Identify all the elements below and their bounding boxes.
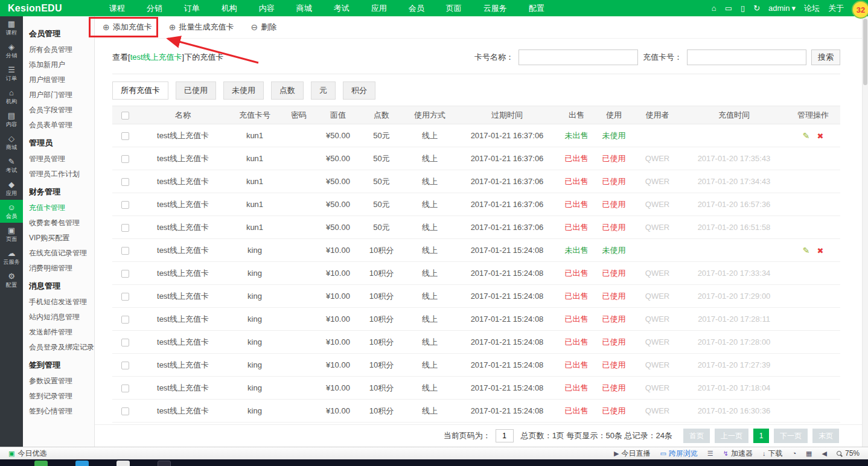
menu-item[interactable]: 发送邮件管理 <box>23 325 94 340</box>
rail-item-3[interactable]: ☰订单 <box>0 62 23 85</box>
accelerator-shortcut[interactable]: ↯ 加速器 <box>723 448 753 459</box>
row-checkbox[interactable] <box>121 247 129 255</box>
desktop-icon[interactable]: ▭ <box>725 4 732 13</box>
row-checkbox[interactable] <box>121 155 129 163</box>
row-checkbox[interactable] <box>121 362 129 369</box>
row-checkbox[interactable] <box>121 270 129 278</box>
daily-picks-shortcut[interactable]: ▣ 今日优选 <box>8 448 46 459</box>
menu-item[interactable]: 消费明细管理 <box>23 261 94 276</box>
nav-item-4[interactable]: 机构 <box>211 0 248 16</box>
rail-item-1[interactable]: ▦课程 <box>0 16 23 39</box>
row-checkbox[interactable] <box>121 293 129 301</box>
live-shortcut[interactable]: ▶ 今日直播 <box>614 448 650 459</box>
rail-item-2[interactable]: ◈分销 <box>0 39 23 62</box>
menu-item[interactable]: 会员表单管理 <box>23 118 94 133</box>
menu-item[interactable]: 用户部门管理 <box>23 88 94 103</box>
edit-icon[interactable]: ✎ <box>803 131 810 141</box>
rail-item-5[interactable]: ▤内容 <box>0 108 23 131</box>
menu-item[interactable]: 收费套餐包管理 <box>23 215 94 231</box>
menu-item[interactable]: 在线充值记录管理 <box>23 246 94 261</box>
nav-item-5[interactable]: 内容 <box>248 0 286 16</box>
download-shortcut[interactable]: ↓ 下载 <box>762 448 783 459</box>
rail-item-9[interactable]: ☺会员 <box>0 200 23 223</box>
card-no-input[interactable] <box>687 49 806 65</box>
rail-item-10[interactable]: ▣页面 <box>0 223 23 246</box>
tab-4[interactable]: 点数 <box>271 81 304 100</box>
admin-menu[interactable]: admin ▾ <box>768 4 796 13</box>
tab-5[interactable]: 元 <box>311 81 336 100</box>
rail-item-8[interactable]: ◆应用 <box>0 177 23 200</box>
rail-item-4[interactable]: ⌂机构 <box>0 85 23 108</box>
menu-item[interactable]: 用户组管理 <box>23 72 94 88</box>
last-page-button[interactable]: 末页 <box>812 429 839 443</box>
mobile-icon[interactable]: ▯ <box>741 4 745 13</box>
rail-item-11[interactable]: ☁云服务 <box>0 246 23 269</box>
row-checkbox[interactable] <box>121 316 129 324</box>
notification-badge[interactable]: 32 <box>852 1 868 19</box>
menu-item[interactable]: 签到心情管理 <box>23 404 94 419</box>
grid-icon[interactable]: ▦ <box>806 450 812 458</box>
first-page-button[interactable]: 首页 <box>683 429 710 443</box>
taskbar-app-icon[interactable] <box>34 461 48 466</box>
menu-item[interactable]: 参数设置管理 <box>23 374 94 389</box>
nav-item-6[interactable]: 商城 <box>286 0 323 16</box>
select-all-checkbox[interactable] <box>121 112 129 120</box>
nav-item-3[interactable]: 订单 <box>173 0 211 16</box>
nav-item-9[interactable]: 会员 <box>398 0 435 16</box>
taskbar-app-icon[interactable] <box>75 461 89 466</box>
rail-item-7[interactable]: ✎考试 <box>0 154 23 177</box>
card-name-input[interactable] <box>519 49 638 65</box>
menu-item[interactable]: 所有会员管理 <box>23 42 94 57</box>
nav-item-11[interactable]: 云服务 <box>473 0 518 16</box>
refresh-icon[interactable]: ↻ <box>753 4 760 13</box>
page-number-input[interactable] <box>496 429 514 442</box>
menu-item[interactable]: 管理员管理 <box>23 152 94 167</box>
menu-item[interactable]: VIP购买配置 <box>23 231 94 246</box>
row-checkbox[interactable] <box>121 201 129 209</box>
edit-icon[interactable]: ✎ <box>803 246 810 255</box>
menu-item[interactable]: 添加新用户 <box>23 57 94 72</box>
taskbar-app-icon[interactable] <box>158 461 171 466</box>
taskbar-app-icon[interactable] <box>116 461 130 466</box>
nav-item-1[interactable]: 课程 <box>98 0 136 16</box>
prev-page-button[interactable]: 上一页 <box>715 429 748 443</box>
menu-item[interactable]: 手机短信发送管理 <box>23 295 94 310</box>
zoom-control[interactable]: 75% <box>837 449 860 458</box>
row-checkbox[interactable] <box>121 407 129 415</box>
menu-item[interactable]: 充值卡管理 <box>23 200 94 215</box>
nav-item-7[interactable]: 考试 <box>323 0 360 16</box>
rail-item-6[interactable]: ◇商城 <box>0 131 23 154</box>
nav-item-12[interactable]: 配置 <box>518 0 555 16</box>
cross-screen-shortcut[interactable]: ▭ 跨屏浏览 <box>660 448 697 459</box>
row-checkbox[interactable] <box>121 385 129 392</box>
tab-2[interactable]: 已使用 <box>176 81 216 100</box>
menu-item[interactable]: 会员登录及绑定记录 <box>23 340 94 355</box>
row-checkbox[interactable] <box>121 224 129 232</box>
tab-3[interactable]: 未使用 <box>223 81 264 100</box>
row-checkbox[interactable] <box>121 178 129 186</box>
menu-item[interactable]: 站内短消息管理 <box>23 310 94 325</box>
menu-item[interactable]: 会员字段管理 <box>23 103 94 118</box>
delete-icon[interactable]: ✖ <box>817 132 823 141</box>
nav-item-2[interactable]: 分销 <box>136 0 173 16</box>
menu-item[interactable]: 管理员工作计划 <box>23 167 94 182</box>
rail-item-12[interactable]: ⚙配置 <box>0 269 23 292</box>
tab-6[interactable]: 积分 <box>343 81 375 100</box>
next-page-button[interactable]: 下一页 <box>774 429 808 443</box>
extensions-icon[interactable]: ◔ <box>792 450 796 457</box>
menu-item[interactable]: 签到记录管理 <box>23 389 94 404</box>
current-page-button[interactable]: 1 <box>753 429 769 443</box>
forum-link[interactable]: 论坛 <box>804 3 820 14</box>
nav-item-10[interactable]: 页面 <box>435 0 473 16</box>
batch-generate-button[interactable]: ⊕ 批量生成充值卡 <box>169 22 234 33</box>
nav-item-8[interactable]: 应用 <box>360 0 398 16</box>
tab-1[interactable]: 所有充值卡 <box>112 81 168 100</box>
delete-icon[interactable]: ✖ <box>817 246 823 255</box>
row-checkbox[interactable] <box>121 132 129 140</box>
search-button[interactable]: 搜索 <box>811 49 840 65</box>
about-link[interactable]: 关于 <box>828 3 844 14</box>
scrollbar[interactable] <box>862 16 868 447</box>
row-checkbox[interactable] <box>121 339 129 346</box>
scrollbar-thumb[interactable] <box>863 19 867 85</box>
home-icon[interactable]: ⌂ <box>712 4 716 13</box>
